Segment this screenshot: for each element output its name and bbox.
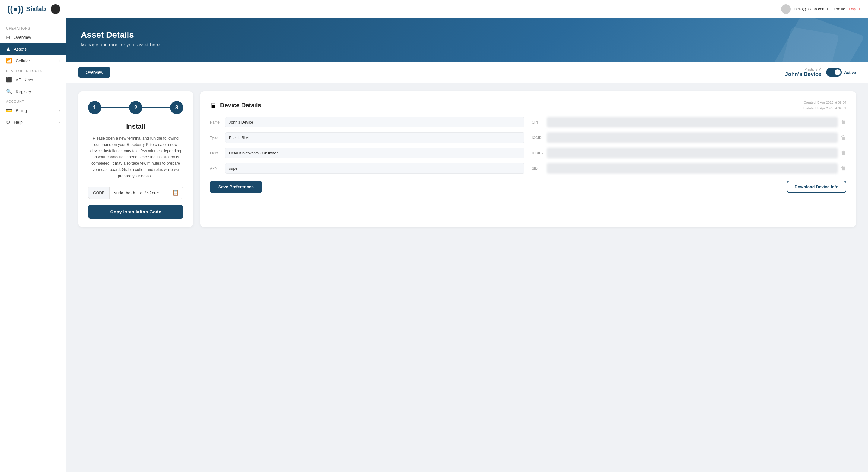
logout-link[interactable]: Logout xyxy=(849,7,861,11)
hero-subtitle: Manage and monitor your asset here. xyxy=(81,42,854,47)
delete-iccid2-icon[interactable]: 🗑 xyxy=(841,150,846,156)
field-sid-input[interactable] xyxy=(547,163,838,174)
copy-installation-code-button[interactable]: Copy Installation Code xyxy=(88,205,183,218)
field-cin: CIN 🗑 xyxy=(532,117,846,128)
install-description: Please open a new terminal and run the f… xyxy=(88,135,183,179)
field-iccid2-input[interactable] xyxy=(547,148,838,158)
field-cin-input[interactable] xyxy=(547,117,838,128)
delete-sid-icon[interactable]: 🗑 xyxy=(841,165,846,171)
field-apn-input[interactable] xyxy=(225,163,525,174)
avatar xyxy=(781,4,791,14)
created-timestamp: Created: 5 Apr 2023 at 09:34 xyxy=(803,100,846,105)
field-iccid: ICCID 🗑 xyxy=(532,132,846,143)
field-fleet-select[interactable]: Default Networks - Unlimited xyxy=(225,148,525,158)
toggle-container: Active xyxy=(826,68,856,76)
code-label: CODE xyxy=(88,187,110,199)
panels: 1 2 3 Install Please open a new terminal… xyxy=(66,83,868,235)
field-apn: APN xyxy=(210,163,525,174)
field-fleet-label: Fleet xyxy=(210,151,222,155)
device-icon: 🖥 xyxy=(210,102,217,109)
main-layout: Operations ⊞ Overview ♟ Assets 📶 Cellula… xyxy=(0,18,868,472)
sidebar-item-label: Overview xyxy=(13,35,31,40)
sidebar-item-overview[interactable]: ⊞ Overview xyxy=(0,31,66,43)
field-name-input[interactable] xyxy=(225,117,525,128)
field-iccid2: ICCID2 🗑 xyxy=(532,148,846,158)
step-2: 2 xyxy=(129,101,142,114)
field-sid: SID 🗑 xyxy=(532,163,846,174)
sidebar-item-help[interactable]: ⚙ Help › xyxy=(0,116,66,128)
top-navbar: ((●)) Sixfab hello@sixfab.com ▾ Profile … xyxy=(0,0,868,18)
step-1: 1 xyxy=(88,101,101,114)
device-panel-title-row: 🖥 Device Details xyxy=(210,102,261,109)
device-name: John's Device xyxy=(785,71,821,77)
main-content: Asset Details Manage and monitor your as… xyxy=(66,18,868,472)
sidebar-item-cellular[interactable]: 📶 Cellular › xyxy=(0,55,66,67)
chevron-down-icon: ▾ xyxy=(827,7,828,10)
step-3: 3 xyxy=(170,101,183,114)
sidebar-section-operations: Operations xyxy=(0,24,66,31)
overview-icon: ⊞ xyxy=(6,34,10,40)
profile-link[interactable]: Profile xyxy=(834,7,845,11)
field-iccid-input[interactable] xyxy=(547,132,838,143)
fields-grid: Name CIN 🗑 Type xyxy=(210,117,846,174)
delete-cin-icon[interactable]: 🗑 xyxy=(841,119,846,125)
step-line-2 xyxy=(142,107,170,108)
logo[interactable]: ((●)) Sixfab xyxy=(7,4,46,14)
field-name-label: Name xyxy=(210,120,222,125)
toggle-label: Active xyxy=(844,70,856,75)
field-type: Type xyxy=(210,132,525,143)
chevron-right-icon: › xyxy=(59,108,60,113)
device-label-small: Plastic SIM xyxy=(785,68,821,71)
sidebar-section-account: Account xyxy=(0,97,66,105)
nav-circle[interactable] xyxy=(51,4,60,14)
copy-icon-button[interactable]: 📋 xyxy=(168,187,183,198)
field-sid-label: SID xyxy=(532,166,544,171)
registry-icon: 🔍 xyxy=(6,89,12,94)
subheader-right: Plastic SIM John's Device Active xyxy=(785,68,856,77)
overview-button[interactable]: Overview xyxy=(79,67,111,78)
topnav-right: hello@sixfab.com ▾ Profile Logout xyxy=(781,4,861,14)
save-preferences-button[interactable]: Save Preferences xyxy=(210,181,262,193)
field-type-input[interactable] xyxy=(225,132,525,143)
api-keys-icon: ⬛ xyxy=(6,77,12,82)
user-menu[interactable]: hello@sixfab.com ▾ xyxy=(795,7,828,11)
device-actions: Save Preferences Download Device Info xyxy=(210,181,846,193)
field-type-label: Type xyxy=(210,136,222,140)
device-panel-header: 🖥 Device Details Created: 5 Apr 2023 at … xyxy=(210,100,846,111)
field-apn-label: APN xyxy=(210,166,222,171)
field-name: Name xyxy=(210,117,525,128)
hero-title: Asset Details xyxy=(81,30,854,40)
step-line-1 xyxy=(101,107,129,108)
field-fleet: Fleet Default Networks - Unlimited xyxy=(210,148,525,158)
sidebar-item-registry[interactable]: 🔍 Registry xyxy=(0,86,66,97)
billing-icon: 💳 xyxy=(6,108,12,113)
download-device-info-button[interactable]: Download Device Info xyxy=(787,181,846,193)
code-box: CODE sudo bash -c "$(curl -sN https:// 📋 xyxy=(88,187,183,199)
active-toggle[interactable] xyxy=(826,68,842,76)
field-cin-label: CIN xyxy=(532,120,544,125)
code-value: sudo bash -c "$(curl -sN https:// xyxy=(110,187,168,199)
device-panel-title: Device Details xyxy=(220,102,261,109)
sidebar-item-label: Assets xyxy=(14,47,27,52)
device-details-panel: 🖥 Device Details Created: 5 Apr 2023 at … xyxy=(200,91,856,227)
sidebar-item-assets[interactable]: ♟ Assets xyxy=(0,43,66,55)
sidebar-item-billing[interactable]: 💳 Billing › xyxy=(0,105,66,116)
logo-icon: ((●)) xyxy=(7,4,24,14)
assets-icon: ♟ xyxy=(6,46,10,52)
subheader: Overview Plastic SIM John's Device Activ… xyxy=(66,62,868,83)
cellular-icon: 📶 xyxy=(6,58,12,64)
logo-text: Sixfab xyxy=(26,5,46,13)
install-title: Install xyxy=(88,123,183,131)
sidebar: Operations ⊞ Overview ♟ Assets 📶 Cellula… xyxy=(0,18,66,472)
field-iccid2-label: ICCID2 xyxy=(532,151,544,155)
delete-iccid-icon[interactable]: 🗑 xyxy=(841,134,846,141)
sidebar-item-api-keys[interactable]: ⬛ API Keys xyxy=(0,74,66,86)
chevron-right-icon: › xyxy=(59,59,60,63)
sidebar-section-dev: Developer Tools xyxy=(0,67,66,74)
install-panel: 1 2 3 Install Please open a new terminal… xyxy=(79,91,193,227)
sidebar-item-label: Registry xyxy=(16,89,31,94)
sidebar-item-label: Billing xyxy=(16,108,27,113)
topnav-left: ((●)) Sixfab xyxy=(7,4,60,14)
sidebar-item-label: Help xyxy=(14,120,23,125)
user-email: hello@sixfab.com xyxy=(795,7,826,11)
